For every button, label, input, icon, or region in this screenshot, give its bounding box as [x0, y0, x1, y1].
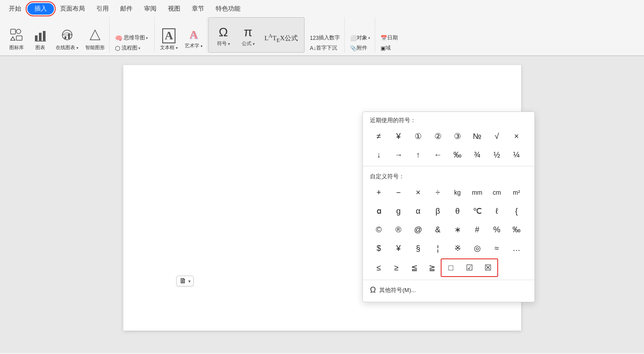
symbol-minus[interactable]: −: [390, 184, 408, 201]
ribbon-group-number: 123 插入数字 A↓ 首字下沉: [305, 17, 345, 53]
textbox-button[interactable]: A 文本框 ▾: [157, 27, 180, 53]
svg-point-1: [16, 29, 21, 34]
symbol-ell[interactable]: ℓ: [488, 203, 506, 219]
symbol-m2[interactable]: m²: [508, 184, 526, 201]
insert-num-button[interactable]: 123 插入数字: [307, 33, 343, 42]
tab-reference[interactable]: 引用: [91, 3, 114, 15]
symbol-div[interactable]: ÷: [429, 184, 447, 201]
symbol-left[interactable]: ←: [429, 146, 447, 163]
symbol-right[interactable]: →: [390, 146, 408, 163]
symbol-theta[interactable]: θ: [449, 203, 466, 219]
symbol-mult[interactable]: ×: [409, 184, 427, 201]
tab-insert[interactable]: 插入: [27, 3, 54, 15]
symbol-copy[interactable]: ©: [370, 221, 388, 238]
symbol-g[interactable]: g: [390, 203, 408, 219]
recent-symbols-title: 近期使用的符号：: [363, 112, 534, 127]
formula-button[interactable]: π 公式 ▾: [237, 23, 259, 49]
tab-chapter[interactable]: 章节: [187, 3, 210, 15]
symbol-geq2[interactable]: ≧: [423, 259, 441, 276]
symbol-dollar[interactable]: $: [370, 240, 388, 257]
symbol-checked-checkbox[interactable]: ☑: [460, 259, 479, 276]
ribbon-group-mind: 🧠 思维导图 ▾ ⬡ 流程图 ▾: [111, 17, 155, 53]
floating-arrow[interactable]: ▾: [188, 279, 191, 284]
symbol-up[interactable]: ↑: [409, 146, 427, 163]
mindmap-button[interactable]: 🧠 思维导图 ▾: [112, 33, 151, 42]
symbol-empty-checkbox[interactable]: □: [442, 259, 460, 276]
symbol-brokenbar[interactable]: ¦: [429, 240, 447, 257]
symbol-14[interactable]: ¼: [508, 146, 526, 163]
symbol-leq[interactable]: ≤: [370, 259, 388, 276]
symbol-times[interactable]: ×: [508, 128, 526, 145]
symbol-mm[interactable]: mm: [469, 184, 486, 201]
document-area[interactable]: 🗎 ▾: [0, 56, 644, 353]
other-symbols-button[interactable]: Ω 其他符号(M)...: [363, 282, 534, 298]
attachment-button[interactable]: 📎 附件: [347, 43, 373, 53]
flowchart-button[interactable]: ⬡ 流程图 ▾: [112, 43, 151, 53]
symbol-down[interactable]: ↓: [370, 146, 388, 163]
field-button[interactable]: ▣ 域: [378, 43, 400, 53]
icon-lib-button[interactable]: 图标库: [5, 27, 27, 53]
symbol-plus[interactable]: +: [370, 184, 388, 201]
symbol-kg[interactable]: kg: [449, 184, 466, 201]
symbol-section[interactable]: §: [409, 240, 427, 257]
tab-view[interactable]: 视图: [163, 3, 186, 15]
svg-rect-11: [68, 34, 70, 39]
chart-button[interactable]: 图表: [29, 27, 51, 53]
symbol-reference[interactable]: ※: [449, 240, 466, 257]
date-button[interactable]: 📅 日期: [378, 33, 400, 42]
symbol-geq[interactable]: ≥: [388, 259, 405, 276]
tab-special[interactable]: 特色功能: [210, 3, 246, 15]
tab-layout[interactable]: 页面布局: [55, 3, 90, 15]
symbol-button[interactable]: Ω 符号 ▾: [212, 23, 234, 49]
symbol-beta[interactable]: β: [429, 203, 447, 219]
symbol-reg[interactable]: ®: [390, 221, 408, 238]
online-chart-button[interactable]: 在线图表 ▾: [53, 27, 81, 53]
ribbon-group-shapes: 图标库 图表 在线图表 ▾: [4, 17, 110, 53]
symbol-ast[interactable]: ∗: [449, 221, 466, 238]
symbol-permille2[interactable]: ‰: [508, 221, 526, 238]
latex-button[interactable]: LATEX公式: [262, 29, 301, 49]
symbol-permille[interactable]: ‰: [449, 146, 466, 163]
flowchart-label: 流程图: [122, 44, 137, 52]
symbol-brace[interactable]: {: [508, 203, 526, 219]
object-button[interactable]: ⬜ 对象 ▾: [347, 33, 373, 42]
symbol-hash[interactable]: #: [469, 221, 486, 238]
symbol-amp[interactable]: &: [429, 221, 447, 238]
symbol-leq2[interactable]: ≦: [405, 259, 423, 276]
symbol-approx[interactable]: ≈: [488, 240, 506, 257]
symbol-neq[interactable]: ≠: [370, 128, 388, 145]
smart-shape-button[interactable]: 智能图形: [83, 27, 107, 53]
symbol-x-checkbox[interactable]: ☒: [479, 259, 497, 276]
insert-num-icon: 123: [310, 35, 319, 41]
symbol-numero[interactable]: №: [469, 128, 486, 145]
symbol-alpha-var[interactable]: ɑ: [370, 203, 388, 219]
recent-symbols-row1: ≠ ¥ ① ② ③ № √ ×: [363, 127, 534, 146]
first-letter-button[interactable]: A↓ 首字下沉: [307, 43, 343, 53]
symbol-ellipsis[interactable]: …: [508, 240, 526, 257]
icon-lib-label: 图标库: [9, 44, 24, 51]
symbol-alpha[interactable]: α: [409, 203, 427, 219]
artword-button[interactable]: A 艺术字 ▾: [182, 27, 205, 53]
symbol-circletarget[interactable]: ◎: [469, 240, 486, 257]
symbol-pct[interactable]: %: [488, 221, 506, 238]
latex-icon: LATEX公式: [264, 31, 298, 46]
symbol-circle1[interactable]: ①: [409, 128, 427, 145]
symbol-circle3[interactable]: ③: [449, 128, 466, 145]
symbol-34[interactable]: ¾: [469, 146, 486, 163]
tab-start[interactable]: 开始: [4, 3, 27, 15]
custom-symbols-row1: + − × ÷ kg mm cm m²: [363, 183, 534, 202]
symbol-yen2[interactable]: ¥: [390, 240, 408, 257]
symbol-12[interactable]: ½: [488, 146, 506, 163]
symbol-celsius[interactable]: ℃: [469, 203, 486, 219]
tab-review[interactable]: 审阅: [139, 3, 162, 15]
symbol-sqrt[interactable]: √: [488, 128, 506, 145]
floating-toolbar[interactable]: 🗎 ▾: [176, 276, 194, 286]
artword-icon: A: [190, 28, 198, 42]
symbol-yen[interactable]: ¥: [390, 128, 408, 145]
tab-mail[interactable]: 邮件: [115, 3, 138, 15]
textbox-label: 文本框 ▾: [160, 44, 178, 51]
symbol-cm[interactable]: cm: [488, 184, 506, 201]
symbol-at[interactable]: @: [409, 221, 427, 238]
mindmap-label: 思维导图: [124, 34, 145, 42]
symbol-circle2[interactable]: ②: [429, 128, 447, 145]
